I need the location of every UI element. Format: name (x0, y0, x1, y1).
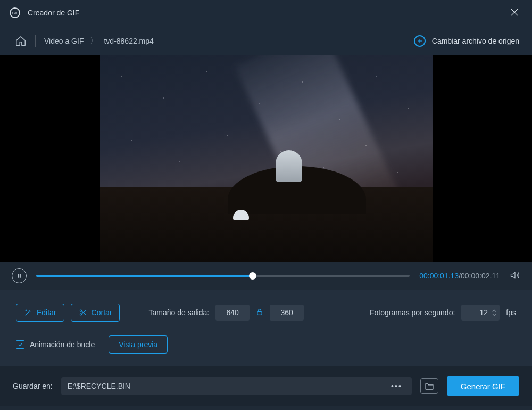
loop-label: Animación de bucle (30, 340, 95, 349)
breadcrumb: Video a GIF 〉 tvd-88622.mp4 (44, 36, 154, 46)
home-button[interactable] (15, 35, 27, 47)
pause-icon (16, 273, 22, 278)
pause-button[interactable] (12, 268, 27, 283)
breadcrumb-bar: Video a GIF 〉 tvd-88622.mp4 Cambiar arch… (0, 26, 532, 55)
seek-thumb[interactable] (249, 272, 256, 280)
browse-button[interactable]: ••• (388, 382, 405, 390)
fps-unit: fps (506, 308, 516, 317)
time-display: 00:00:01.13/00:00:02.11 (419, 272, 500, 280)
svg-rect-4 (18, 274, 19, 278)
checkbox-box (16, 340, 24, 349)
width-input[interactable]: 640 (215, 305, 250, 321)
save-path[interactable]: E:\$RECYCLE.BIN (68, 382, 388, 390)
cut-label: Cortar (92, 308, 112, 317)
change-source-label: Cambiar archivo de origen (432, 37, 519, 45)
save-path-field: E:\$RECYCLE.BIN ••• (61, 377, 412, 395)
save-label: Guardar en: (13, 382, 53, 390)
video-thumbnail-detail (276, 150, 302, 182)
breadcrumb-section[interactable]: Video a GIF (44, 37, 84, 45)
video-thumbnail-detail (233, 210, 249, 220)
seek-progress (36, 275, 253, 277)
fps-label: Fotogramas por segundo: (370, 308, 455, 317)
plus-circle-icon (414, 35, 426, 47)
breadcrumb-filename: tvd-88622.mp4 (104, 37, 153, 45)
check-icon (18, 342, 23, 347)
chevron-up-icon[interactable] (492, 309, 496, 313)
titlebar: GIF Creador de GIF (0, 0, 532, 26)
app-logo-icon: GIF (10, 7, 20, 18)
app-title: Creador de GIF (28, 9, 79, 17)
video-frame[interactable] (100, 55, 433, 262)
scissors-icon (79, 308, 87, 317)
settings-panel: Editar Cortar Tamaño de salida: 640 360 … (0, 290, 532, 366)
close-icon (510, 7, 519, 17)
loop-checkbox[interactable]: Animación de bucle (16, 340, 95, 349)
svg-line-9 (81, 310, 86, 314)
home-icon (15, 35, 27, 47)
preview-button[interactable]: Vista previa (109, 335, 168, 354)
fps-stepper (492, 305, 496, 321)
volume-icon (510, 270, 520, 281)
separator (35, 35, 36, 47)
change-source-button[interactable]: Cambiar archivo de origen (414, 35, 519, 47)
chevron-down-icon[interactable] (492, 313, 496, 316)
save-bar: Guardar en: E:\$RECYCLE.BIN ••• Generar … (0, 366, 532, 406)
video-preview-area (0, 55, 532, 262)
svg-line-8 (81, 311, 86, 315)
lock-aspect-button[interactable] (256, 308, 263, 318)
current-time: 00:00:01.13 (419, 272, 459, 280)
volume-button[interactable] (510, 270, 520, 282)
playback-bar: 00:00:01.13/00:00:02.11 (0, 262, 532, 290)
wand-icon (24, 308, 32, 317)
open-folder-button[interactable] (420, 378, 438, 394)
cut-button[interactable]: Cortar (71, 304, 120, 322)
close-button[interactable] (510, 7, 519, 19)
lock-icon (256, 308, 263, 316)
folder-icon (425, 382, 434, 390)
svg-rect-10 (257, 311, 262, 315)
duration: 00:00:02.11 (461, 272, 500, 280)
chevron-right-icon: 〉 (90, 36, 97, 46)
output-size-group: Tamaño de salida: 640 360 (148, 305, 304, 321)
fps-group: Fotogramas por segundo: 12 fps (370, 305, 516, 321)
edit-label: Editar (37, 308, 56, 317)
svg-rect-5 (20, 274, 21, 278)
height-input[interactable]: 360 (270, 305, 304, 321)
generate-gif-button[interactable]: Generar GIF (447, 376, 519, 396)
output-size-label: Tamaño de salida: (148, 308, 209, 317)
seek-slider[interactable] (36, 275, 410, 277)
edit-button[interactable]: Editar (16, 304, 64, 322)
